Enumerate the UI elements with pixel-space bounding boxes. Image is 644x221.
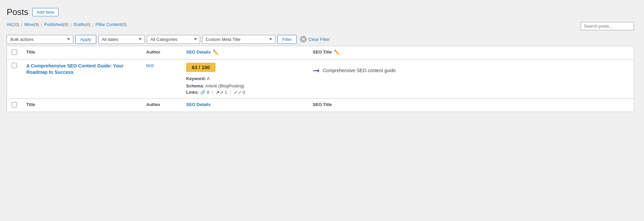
add-new-button[interactable]: Add New <box>32 8 59 16</box>
seo-title-column-header: SEO Title ✏️ <box>308 46 634 59</box>
select-all-header <box>7 46 22 59</box>
title-column-header: Title <box>22 46 142 59</box>
post-author-cell: test <box>142 59 181 98</box>
external-link-icon: ↗ <box>216 90 223 95</box>
footer-author-header: Author <box>142 98 181 112</box>
seo-title-cell: ➞ Comprehensive SEO content guide <box>308 59 634 98</box>
nofollow-link-icon: ⤢ <box>234 90 241 95</box>
clear-filter-label: Clear Filter <box>308 37 330 42</box>
table-row: A Comprehensive SEO Content Guide: Your … <box>7 59 634 98</box>
filter-mine[interactable]: Mine <box>24 22 34 27</box>
seo-details-edit-icon[interactable]: ✏️ <box>213 50 218 55</box>
author-link[interactable]: test <box>146 63 154 68</box>
filter-button[interactable]: Filter <box>277 35 297 44</box>
seo-details-label: SEO Details <box>186 50 211 55</box>
seo-schema-line: Schema: Article (BlogPosting) <box>186 82 303 90</box>
posts-table: Title Author SEO Details ✏️ SEO Title ✏️ <box>7 46 634 112</box>
row-checkbox-cell <box>7 59 22 98</box>
seo-keyword-line: Keyword: A <box>186 75 303 82</box>
nofollow-links-count: 0 <box>243 90 245 95</box>
footer-title-header: Title <box>22 98 142 112</box>
seo-title-label: SEO Title <box>313 50 332 55</box>
seo-details-column-header: SEO Details ✏️ <box>181 46 308 59</box>
post-filter-nav: All (10) | Mine (9) | Published (6) | Dr… <box>7 22 127 27</box>
footer-seo-details-header: SEO Details <box>181 98 308 112</box>
footer-select-all-checkbox[interactable] <box>12 102 17 107</box>
apply-button[interactable]: Apply <box>75 35 96 44</box>
internal-links-count: 0 <box>207 90 209 95</box>
seo-title-edit-icon[interactable]: ✏️ <box>334 50 340 55</box>
footer-seo-title-header: SEO Title <box>308 98 634 112</box>
author-column-header: Author <box>142 46 181 59</box>
seo-details-cell: 63 / 100 Keyword: A Schema: Article (Blo… <box>181 59 308 98</box>
filter-published[interactable]: Published <box>44 22 63 27</box>
custom-meta-title-select[interactable]: Custom Meta Title <box>202 35 275 44</box>
select-all-checkbox[interactable] <box>12 50 17 55</box>
external-links-count: 1 <box>225 90 227 95</box>
clear-filter-button[interactable]: ✕ Clear Filter <box>299 36 331 43</box>
toolbar: Bulk actions Apply All dates All Categor… <box>7 33 634 46</box>
clear-filter-icon: ✕ <box>300 36 307 43</box>
seo-links-line: Links: 0 | ↗ 1 | ⤢ 0 <box>186 90 303 95</box>
bulk-actions-select[interactable]: Bulk actions <box>7 35 73 44</box>
page-title: Posts <box>7 7 28 18</box>
search-input[interactable] <box>581 22 634 30</box>
filter-drafts[interactable]: Drafts <box>74 22 85 27</box>
post-title-cell: A Comprehensive SEO Content Guide: Your … <box>22 59 142 98</box>
all-dates-select[interactable]: All dates <box>98 35 145 44</box>
all-categories-select[interactable]: All Categories <box>147 35 200 44</box>
seo-title-value: Comprehensive SEO content guide <box>323 68 396 73</box>
link-icon <box>200 90 205 95</box>
arrow-right-icon: ➞ <box>313 66 320 75</box>
seo-meta: Keyword: A Schema: Article (BlogPosting)… <box>186 75 303 95</box>
seo-score-badge: 63 / 100 <box>186 63 215 72</box>
post-title-link[interactable]: A Comprehensive SEO Content Guide: Your … <box>26 63 123 75</box>
footer-checkbox-cell <box>7 98 22 112</box>
filter-pillar[interactable]: Pillar Content <box>96 22 122 27</box>
filter-all[interactable]: All <box>7 22 11 27</box>
row-checkbox[interactable] <box>12 63 17 68</box>
